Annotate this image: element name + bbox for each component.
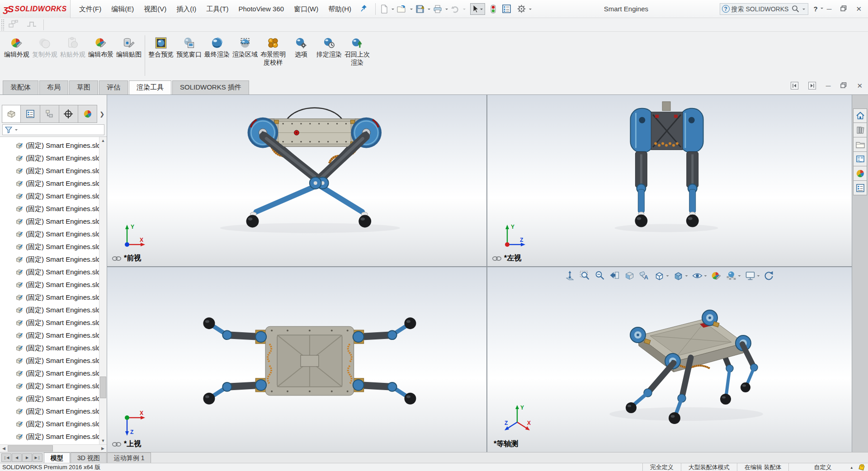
section-view-button[interactable] — [624, 270, 636, 282]
previous-view-button[interactable] — [609, 270, 621, 282]
ribbon-recall-last-render-button[interactable]: 召回上次渲染 — [343, 34, 371, 68]
toolbar-grip[interactable] — [1, 19, 5, 31]
menu-item[interactable]: 文件(F) — [74, 0, 106, 18]
new-document-icon[interactable] — [379, 3, 389, 15]
status-custom-caret[interactable]: ▴ — [850, 465, 853, 470]
tree-item[interactable]: (固定) Smart Engines.sld — [0, 177, 107, 190]
tree-filter-box[interactable] — [2, 124, 104, 135]
last-tab-button[interactable]: ▶❘ — [33, 453, 42, 462]
tree-item[interactable]: (固定) Smart Engines.sld — [0, 139, 107, 152]
tree-item[interactable]: (固定) Smart Engines.sld — [0, 253, 107, 266]
apply-scene-button[interactable] — [726, 270, 741, 282]
zoom-to-area-button[interactable] — [579, 270, 591, 282]
home-tab[interactable] — [853, 108, 867, 123]
tree-item[interactable]: (固定) Smart Engines.sld — [0, 430, 107, 443]
view-palette-tab[interactable] — [853, 152, 867, 166]
tree-item[interactable]: (固定) Smart Engines.sld — [0, 203, 107, 215]
tree-item[interactable]: (固定) Smart Engines.sld — [0, 152, 107, 165]
hide-show-items-button[interactable] — [692, 270, 708, 282]
filter-caret[interactable] — [15, 129, 18, 132]
design-checker-icon[interactable] — [501, 3, 512, 14]
tree-item[interactable]: (固定) Smart Engines.sld — [0, 304, 107, 316]
scroll-right-arrow[interactable]: ▶ — [99, 445, 107, 452]
view-annotations-button[interactable]: A — [639, 270, 651, 282]
ribbon-scene-illumination-proof-button[interactable]: 布景照明度校样 — [259, 34, 287, 68]
scroll-down-arrow[interactable]: ▼ — [99, 437, 107, 444]
restore-button[interactable] — [840, 5, 847, 12]
tree-item[interactable]: (固定) Smart Engines.sld — [0, 240, 107, 253]
dropdown-caret[interactable] — [392, 9, 394, 11]
panel-tabs-overflow-button[interactable]: ❯ — [97, 105, 107, 123]
ribbon-edit-decal-button[interactable]: 编辑贴图 — [115, 34, 143, 60]
tree-item[interactable]: (固定) Smart Engines.sld — [0, 278, 107, 291]
zoom-to-fit-button[interactable] — [564, 270, 576, 282]
design-library-tab[interactable] — [853, 123, 867, 137]
save-icon[interactable] — [415, 3, 425, 15]
tree-item[interactable]: (固定) Smart Engines.sld — [0, 392, 107, 405]
document-restore-button[interactable] — [840, 82, 847, 89]
document-tab[interactable]: 3D 视图 — [71, 452, 107, 463]
display-manager-tab[interactable] — [78, 105, 97, 123]
ribbon-options-button[interactable]: 选项 — [287, 34, 315, 60]
ribbon-final-render-button[interactable]: 最终渲染 — [203, 34, 231, 60]
command-tab[interactable]: 装配体 — [3, 80, 38, 94]
document-tab[interactable]: 模型 — [44, 452, 70, 463]
ribbon-edit-appearance-button[interactable]: 编辑外观 — [3, 34, 31, 60]
next-tab-button[interactable]: ▶ — [22, 453, 32, 462]
close-button[interactable]: ✕ — [856, 5, 862, 12]
ribbon-preview-window-button[interactable]: 预览窗口 — [175, 34, 203, 60]
dropdown-caret[interactable] — [428, 9, 430, 11]
scroll-up-arrow[interactable]: ▲ — [99, 137, 107, 144]
next-document-button[interactable] — [808, 82, 816, 89]
tree-item[interactable]: (固定) Smart Engines.sld — [0, 418, 107, 430]
pin-menu-icon[interactable] — [361, 5, 367, 14]
dropdown-caret[interactable] — [529, 9, 532, 11]
file-explorer-tab[interactable] — [853, 137, 867, 152]
search-icon[interactable] — [792, 5, 799, 13]
menu-item[interactable]: 帮助(H) — [323, 0, 356, 18]
configuration-manager-tab[interactable] — [40, 105, 59, 123]
tree-item[interactable]: (固定) Smart Engines.sld — [0, 165, 107, 177]
custom-properties-tab[interactable] — [853, 181, 867, 195]
menu-item[interactable]: 工具(T) — [201, 0, 233, 18]
tree-vertical-scrollbar[interactable]: ▲ ▼ — [99, 137, 107, 444]
print-icon[interactable] — [432, 4, 443, 14]
tree-item[interactable]: (固定) Smart Engines.sld — [0, 228, 107, 240]
command-tab[interactable]: 布局 — [39, 80, 68, 94]
first-tab-button[interactable]: ❘◀ — [1, 453, 11, 462]
help-search-box[interactable]: ? — [720, 3, 808, 15]
dropdown-caret[interactable] — [480, 9, 483, 11]
open-document-icon[interactable] — [396, 4, 408, 14]
viewport-top[interactable]: X Z *上视 — [107, 267, 487, 452]
interference-detection-icon[interactable] — [490, 3, 497, 15]
options-gear-icon[interactable] — [516, 3, 527, 14]
dropdown-caret[interactable] — [410, 9, 413, 11]
menu-item[interactable]: 编辑(E) — [106, 0, 139, 18]
menu-item[interactable]: 窗口(W) — [289, 0, 323, 18]
help-button[interactable]: ? — [814, 5, 818, 12]
viewport-isometric[interactable]: A Y X Z *等轴测 — [487, 267, 852, 452]
tag-icon[interactable] — [857, 464, 868, 471]
property-manager-tab[interactable] — [21, 105, 40, 123]
ribbon-schedule-render-button[interactable]: 排定渲染 — [315, 34, 343, 60]
viewport-left[interactable]: Y Z *左视 — [487, 95, 852, 267]
ribbon-edit-scene-button[interactable]: 编辑布景 — [87, 34, 115, 60]
document-tab[interactable]: 运动算例 1 — [107, 452, 151, 463]
scroll-thumb[interactable] — [8, 445, 53, 452]
ribbon-integrated-preview-button[interactable]: 整合预览 — [147, 34, 175, 60]
dimxpert-manager-tab[interactable] — [59, 105, 78, 123]
tree-item[interactable]: (固定) Smart Engines.sld — [0, 266, 107, 278]
rotate-view-button[interactable] — [764, 270, 775, 282]
tree-horizontal-scrollbar[interactable]: ◀ ▶ — [0, 444, 107, 452]
menu-item[interactable]: PhotoView 360 — [233, 0, 289, 18]
previous-tab-button[interactable]: ◀ — [12, 453, 22, 462]
tree-item[interactable]: (固定) Smart Engines.sld — [0, 354, 107, 367]
menu-item[interactable]: 插入(I) — [171, 0, 201, 18]
search-scope-caret[interactable] — [802, 9, 805, 11]
tree-item[interactable]: (固定) Smart Engines.sld — [0, 215, 107, 228]
ribbon-render-region-button[interactable]: 渲染区域 — [231, 34, 259, 60]
viewport-front[interactable]: Y X *前视 — [107, 95, 487, 267]
edit-appearance-button[interactable] — [711, 270, 722, 282]
scroll-thumb[interactable] — [100, 377, 106, 398]
view-settings-button[interactable] — [745, 270, 760, 282]
